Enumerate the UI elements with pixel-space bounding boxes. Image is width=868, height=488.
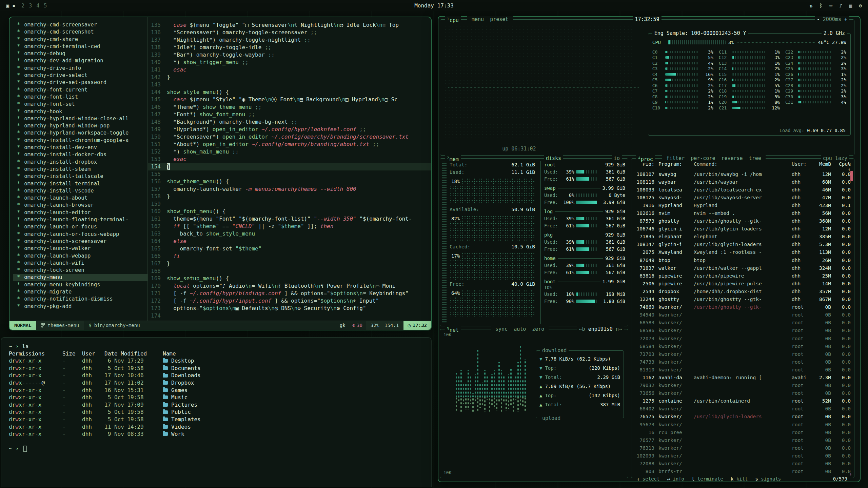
net-button-zero[interactable]: zero (530, 326, 547, 332)
proc-footer-key[interactable]: t terminate (690, 476, 725, 482)
process-row[interactable]: 2544dropbox/home/dhh/.dropbox-distdhh357… (635, 287, 851, 295)
process-row[interactable]: 106746glycin-i/usr/lib/glycin-loadersdhh… (635, 225, 851, 233)
process-row[interactable]: 1275containe/usr/bin/containerdroot52M0.… (635, 397, 851, 405)
process-list[interactable]: 108107swaybg/usr/bin/swaybg -i /homdhh12… (635, 170, 851, 475)
file-item[interactable]: *omarchy-launch-wifi (13, 260, 147, 267)
prompt-line[interactable]: ~ › (9, 445, 423, 452)
process-row[interactable]: 87649btopbtopdhh26M0.0 (635, 256, 851, 264)
proc-footer-key[interactable]: k kill (729, 476, 749, 482)
process-row[interactable]: 68402kworker/root0B0.0 (635, 405, 851, 413)
scroll-down-icon[interactable]: ↓ (849, 471, 852, 476)
file-item[interactable]: *omarchy-debug (13, 50, 147, 57)
process-row[interactable]: 108107swaybg/usr/bin/swaybg -i /homdhh12… (635, 170, 851, 178)
disks-io-toggle[interactable]: io (612, 155, 622, 162)
process-row[interactable]: 71837walker/usr/bin/walker --gappldhh324… (635, 264, 851, 272)
cpu-button-preset[interactable]: preset (488, 16, 511, 22)
file-item[interactable]: *omarchy-install-chromium-google-a (13, 137, 147, 144)
file-item[interactable]: *omarchy-font-set (13, 101, 147, 108)
process-row[interactable]: 74733kworker/root0B0.0 (635, 358, 851, 366)
file-tree[interactable]: *omarchy-cmd-screensaver*omarchy-cmd-scr… (9, 17, 148, 321)
file-item[interactable]: *omarchy-hyprland-workspace-toggle (13, 129, 147, 137)
keyboard-icon[interactable]: ⌨ (829, 3, 832, 9)
file-item[interactable]: *omarchy-menu-keybindings (13, 281, 147, 288)
proc-option-filter[interactable]: filter (664, 155, 687, 161)
file-item[interactable]: *omarchy-launch-browser (13, 202, 147, 209)
file-item[interactable]: *omarchy-install-dropbox (13, 159, 147, 166)
process-row[interactable]: 1162avahi-daavahi-daemon: running [avahi… (635, 373, 851, 381)
process-row[interactable]: 73703kworker/root0B0.0 (635, 350, 851, 358)
process-row[interactable]: 68586kworker/root0B0.0 (635, 327, 851, 334)
settings-gear-icon[interactable]: ⚙ (859, 3, 862, 9)
interval-plus-button[interactable]: + (844, 16, 847, 22)
file-item[interactable]: *omarchy-hyprland-window-close-all (13, 115, 147, 122)
file-item[interactable]: *omarchy-migrate (13, 288, 147, 296)
process-row[interactable]: 76575kworker//usr/lib/glycin-loadersroot… (635, 413, 851, 421)
process-row[interactable]: 68583kworker/root0B0.0 (635, 319, 851, 327)
file-item[interactable]: *omarchy-install-vscode (13, 187, 147, 195)
file-item[interactable]: *omarchy-menu (13, 274, 147, 281)
process-row[interactable]: 102099kworker/root0B0.0 (635, 452, 851, 460)
proc-option-per-core[interactable]: per-core (688, 155, 717, 161)
updates-icon[interactable]: ▦ (849, 3, 852, 9)
workspace-app-icon[interactable]: ▪ (12, 3, 15, 9)
file-item[interactable]: *omarchy-install-docker-dbs (13, 151, 147, 158)
process-row[interactable]: 1916HyprlandHyprlanddhh423M0.1 (635, 201, 851, 209)
process-row[interactable]: 2075XwaylandXwayland :1 -rootless -dhh11… (635, 248, 851, 256)
process-row[interactable]: 71835elephantelephantdhh385M0.0 (635, 233, 851, 241)
process-row[interactable]: 108116waybar/usr/bin/waybardhh68M0.0 (635, 178, 851, 186)
process-row[interactable]: 76577kworker/root0B0.0 (635, 436, 851, 444)
process-row[interactable]: 76313kworker/root0B0.0 (635, 444, 851, 452)
file-item[interactable]: *omarchy-drive-set-password (13, 79, 147, 86)
file-item[interactable]: *omarchy-hook (13, 108, 147, 115)
net-button-sync[interactable]: sync (493, 326, 510, 332)
workspace-3[interactable]: 3 (28, 3, 36, 9)
proc-sort-mode[interactable]: cpu lazy (821, 155, 849, 162)
file-item[interactable]: *omarchy-launch-walker (13, 245, 147, 252)
workspace-terminal-icon[interactable]: ▣ (6, 3, 12, 9)
file-item[interactable]: *omarchy-font-current (13, 86, 147, 94)
file-item[interactable]: *omarchy-install-tailscale (13, 173, 147, 180)
file-item[interactable]: *omarchy-cmd-share (13, 36, 147, 43)
file-item[interactable]: *omarchy-launch-or-focus (13, 223, 147, 230)
file-item[interactable]: *omarchy-launch-webapp (13, 252, 147, 260)
process-row[interactable]: 79032kworker/root0B0.0 (635, 382, 851, 389)
proc-option-reverse[interactable]: reverse (719, 155, 745, 161)
file-item[interactable]: *omarchy-cmd-screenshot (13, 28, 147, 36)
code-editor[interactable]: 135 case $(menu "Toggle" "▢ Screensaver\… (148, 17, 431, 321)
process-row[interactable]: 94540kworker/root0B0.0 (635, 311, 851, 319)
workspace-4[interactable]: 4 (36, 3, 43, 9)
file-item[interactable]: *omarchy-drive-select (13, 72, 147, 79)
process-row[interactable]: 87573ghostty/usr/bin/ghostty --gtk-dhh36… (635, 217, 851, 225)
file-item[interactable]: *omarchy-hyprland-window-pop (13, 122, 147, 129)
process-row[interactable]: 108147glycin-i/usr/lib/glycin-loadersdhh… (635, 241, 851, 248)
file-item[interactable]: *omarchy-cmd-terminal-cwd (13, 43, 147, 50)
terminal-window[interactable]: ~ › ls PermissionsSizeUserDate ModifiedN… (1, 337, 432, 487)
proc-scrollbar-thumb[interactable] (850, 171, 853, 181)
screenshare-icon[interactable]: ⇅ (810, 3, 813, 9)
file-item[interactable]: *omarchy-launch-editor (13, 209, 147, 216)
process-row[interactable]: 102616nvimnvim --embed .dhh56M0.0 (635, 209, 851, 217)
proc-footer-key[interactable]: ↓ select (635, 476, 661, 482)
file-item[interactable]: *omarchy-launch-or-focus-webapp (13, 231, 147, 238)
bluetooth-icon[interactable]: ᛒ (820, 3, 823, 9)
file-item[interactable]: *omarchy-launch-screensaver (13, 238, 147, 245)
process-row[interactable]: 72073kworker/root0B0.0 (635, 334, 851, 342)
file-item[interactable]: *omarchy-install-steam (13, 166, 147, 173)
cpu-button-menu[interactable]: menu (469, 16, 486, 22)
net-button-auto[interactable]: auto (511, 326, 528, 332)
proc-option-tree[interactable]: tree (747, 155, 764, 161)
file-item[interactable]: *omarchy-cmd-screensaver (13, 21, 147, 28)
file-item[interactable]: *omarchy-launch-about (13, 195, 147, 202)
interval-minus-button[interactable]: - (817, 16, 820, 22)
process-row[interactable]: 108033localsea/usr/lib/localsearch-exdhh… (635, 186, 851, 194)
proc-footer-key[interactable]: s signals (754, 476, 782, 482)
process-row[interactable]: 2506pipewire/usr/bin/pipewire-pulsedhh14… (635, 280, 851, 287)
file-item[interactable]: *omarchy-install-terminal (13, 180, 147, 187)
file-item[interactable]: *omarchy-pkg-add (13, 303, 147, 310)
workspace-5[interactable]: 5 (43, 3, 47, 9)
file-item[interactable]: *omarchy-launch-floating-terminal- (13, 216, 147, 223)
process-row[interactable]: 73656kworker/root0B0.0 (635, 389, 851, 397)
process-row[interactable]: 68584kworker/root0B0.0 (635, 342, 851, 350)
file-item[interactable]: *omarchy-drive-info (13, 65, 147, 72)
process-row[interactable]: 108125swayosd-/usr/lib/swayosd-serverdhh… (635, 194, 851, 201)
